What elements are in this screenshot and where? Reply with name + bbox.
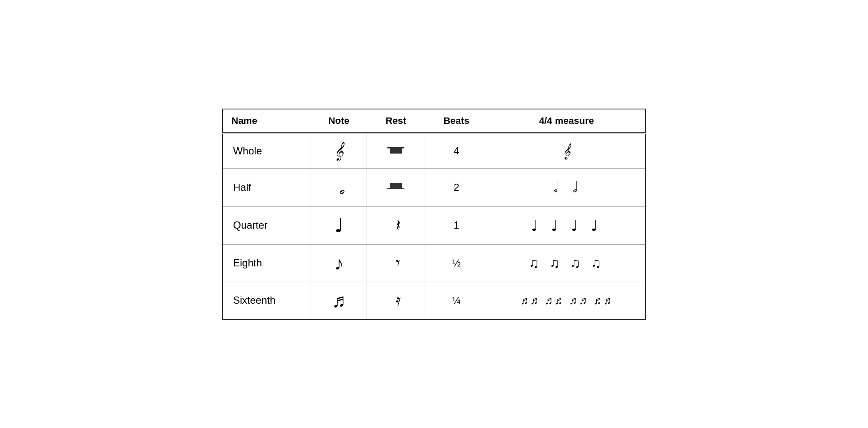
- half-rest-icon: [383, 180, 409, 193]
- col-header-beats: Beats: [425, 109, 488, 133]
- note-symbol-half: 𝅗𝅥: [311, 168, 367, 206]
- music-notes-table: Name Note Rest Beats 4/4 measure Whole 𝄞: [222, 109, 646, 320]
- beats-quarter: 1: [425, 206, 488, 244]
- note-name-quarter: Quarter: [223, 206, 311, 244]
- measure-quarter: ♩ ♩ ♩ ♩: [488, 206, 645, 244]
- measure-eighth: ♫ ♫ ♫ ♫: [488, 244, 645, 282]
- table-row: Sixteenth ♬ 𝄿 ¼ ♬♬ ♬♬ ♬♬ ♬♬: [223, 282, 645, 319]
- whole-rest-icon: [383, 144, 409, 157]
- beats-sixteenth: ¼: [425, 282, 488, 319]
- note-symbol-eighth: ♪: [311, 244, 367, 282]
- rest-symbol-half: [367, 168, 425, 206]
- rest-symbol-quarter: 𝄽: [367, 206, 425, 244]
- table-row: Quarter ♩ 𝄽 1 ♩ ♩ ♩ ♩: [223, 206, 645, 244]
- note-symbol-sixteenth: ♬: [311, 282, 367, 319]
- note-name-eighth: Eighth: [223, 244, 311, 282]
- rest-symbol-sixteenth: 𝄿: [367, 282, 425, 319]
- note-name-half: Half: [223, 168, 311, 206]
- beats-half: 2: [425, 168, 488, 206]
- beats-eighth: ½: [425, 244, 488, 282]
- note-symbol-whole: 𝄞: [311, 133, 367, 169]
- col-header-rest: Rest: [367, 109, 425, 133]
- table-row: Eighth ♪ 𝄾 ½ ♫ ♫ ♫ ♫: [223, 244, 645, 282]
- col-header-note: Note: [311, 109, 367, 133]
- table-row: Whole 𝄞 4 𝄞: [223, 133, 645, 169]
- measure-half: 𝅗𝅥 𝅗𝅥: [488, 168, 645, 206]
- rest-symbol-eighth: 𝄾: [367, 244, 425, 282]
- rest-symbol-whole: [367, 133, 425, 169]
- col-header-name: Name: [223, 109, 311, 133]
- beats-whole: 4: [425, 133, 488, 169]
- col-header-measure: 4/4 measure: [488, 109, 645, 133]
- measure-whole: 𝄞: [488, 133, 645, 169]
- notes-reference-table: Name Note Rest Beats 4/4 measure Whole 𝄞: [222, 109, 646, 320]
- note-symbol-quarter: ♩: [311, 206, 367, 244]
- table-row: Half 𝅗𝅥 2 𝅗𝅥 𝅗𝅥: [223, 168, 645, 206]
- measure-sixteenth: ♬♬ ♬♬ ♬♬ ♬♬: [488, 282, 645, 319]
- note-name-sixteenth: Sixteenth: [223, 282, 311, 319]
- note-name-whole: Whole: [223, 133, 311, 169]
